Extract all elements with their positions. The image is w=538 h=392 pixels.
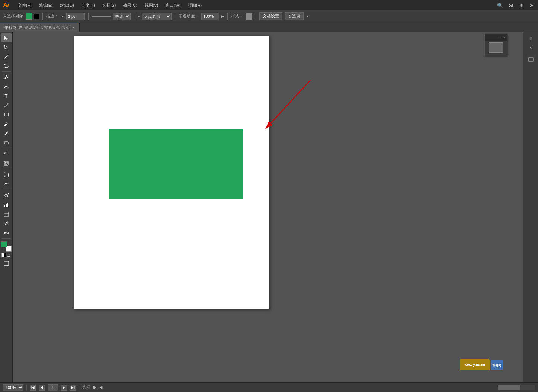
tab-bar: 未标题-1* @ 100% (CMYK/GPU 预览) ×: [0, 22, 538, 32]
pref-arrow[interactable]: ▼: [306, 15, 309, 18]
status-text: 选择: [82, 385, 90, 390]
mini-panel: — ×: [484, 34, 507, 56]
screen-mode-btn[interactable]: [1, 259, 12, 268]
separator5: [227, 13, 228, 20]
left-toolbar: T: [0, 32, 13, 382]
line-tool[interactable]: [1, 101, 12, 110]
stroke-up-icon[interactable]: ▲: [61, 15, 64, 18]
paintbrush-tool[interactable]: [1, 119, 12, 128]
panel-btn-3[interactable]: [525, 55, 537, 64]
eyedropper-tool[interactable]: [1, 219, 12, 228]
tab-subtitle: @ 100% (CMYK/GPU 预览): [24, 25, 70, 30]
menu-object[interactable]: 对象(O): [58, 2, 76, 9]
svg-rect-8: [4, 205, 5, 207]
layout-icon[interactable]: ⊞: [518, 2, 525, 9]
opacity-arrow[interactable]: ▶: [221, 15, 224, 18]
main-area: T: [0, 32, 538, 382]
separator2: [88, 13, 89, 20]
stroke-width-input[interactable]: [66, 13, 85, 20]
badge-text: 羽毛网: [492, 363, 501, 367]
selection-tool[interactable]: [1, 33, 12, 42]
magic-wand-tool[interactable]: [1, 52, 12, 61]
selection-label: 未选择对象: [3, 13, 23, 19]
svg-line-3: [4, 103, 8, 107]
free-distort-tool[interactable]: [1, 170, 12, 179]
opacity-input[interactable]: [201, 13, 219, 20]
page-next-btn[interactable]: ▶: [61, 385, 67, 391]
search-icon[interactable]: 🔍: [496, 2, 505, 9]
status-sep-1: [26, 385, 27, 391]
page-number-input[interactable]: [48, 384, 58, 391]
none-color-btn[interactable]: [1, 253, 6, 257]
opacity-label: 不透明度：: [179, 13, 199, 19]
preferences-btn[interactable]: 首选项: [285, 12, 304, 20]
column-graph-tool[interactable]: [1, 200, 12, 209]
doc-settings-btn[interactable]: 文档设置: [259, 12, 282, 20]
rect-tool[interactable]: [1, 110, 12, 119]
progress-bar: [498, 385, 535, 390]
fill-color-box[interactable]: [26, 13, 32, 20]
mini-panel-minimize[interactable]: —: [499, 36, 502, 39]
svg-rect-11: [4, 212, 9, 216]
bridge-icon[interactable]: St: [507, 2, 515, 9]
transform-tool[interactable]: [1, 159, 12, 168]
right-panel: ⊞ ×: [523, 32, 538, 382]
rotate-tool[interactable]: [1, 150, 12, 158]
menu-effect[interactable]: 效果(C): [122, 2, 138, 9]
menu-file[interactable]: 文件(F): [16, 2, 33, 9]
stop-btn[interactable]: ◀: [99, 385, 102, 390]
reshape-tool[interactable]: [1, 180, 12, 189]
svg-rect-5: [4, 142, 8, 144]
svg-line-1: [7, 55, 8, 55]
menu-bar: 文件(F) 编辑(E) 对象(O) 文字(T) 选择(S) 效果(C) 视图(V…: [16, 2, 203, 9]
blend-tool[interactable]: [1, 228, 12, 237]
curvature-tool[interactable]: [1, 82, 12, 91]
symbol-sprayer-tool[interactable]: [1, 191, 12, 200]
app-logo: Ai: [3, 2, 9, 9]
stroke-line-preview[interactable]: [92, 16, 111, 17]
lasso-tool[interactable]: [1, 61, 12, 70]
page-last-btn[interactable]: ▶|: [70, 385, 76, 391]
menu-window[interactable]: 窗口(W): [164, 2, 182, 9]
page-prev-btn[interactable]: ◀: [39, 385, 45, 391]
style-preview[interactable]: [246, 13, 252, 20]
color-boxes: [1, 241, 12, 252]
mini-panel-header: — ×: [485, 34, 507, 41]
mini-panel-content: [485, 41, 507, 54]
status-sep-2: [79, 385, 79, 391]
eraser-tool[interactable]: [1, 138, 12, 147]
play-btn[interactable]: ▶: [93, 385, 96, 390]
fill-color-indicator[interactable]: [1, 241, 7, 247]
panel-btn-1[interactable]: ⊞: [525, 33, 537, 42]
title-right-icons: 🔍 St ⊞ ➤: [496, 2, 535, 9]
zoom-select[interactable]: 100% 50% 200%: [3, 384, 23, 391]
pencil-tool[interactable]: [1, 129, 12, 138]
tab-close-btn[interactable]: ×: [73, 26, 75, 30]
tool-sep-2: [2, 148, 11, 148]
stroke-color-box[interactable]: [34, 14, 39, 19]
direct-selection-tool[interactable]: [1, 43, 12, 52]
stroke-scale-select[interactable]: 等比: [113, 13, 131, 20]
color-extras: ⇄: [1, 253, 11, 257]
tab-untitled[interactable]: 未标题-1* @ 100% (CMYK/GPU 预览) ×: [0, 23, 80, 32]
separator6: [256, 13, 256, 20]
green-rectangle[interactable]: [109, 129, 243, 199]
slice-tool[interactable]: [1, 210, 12, 219]
svg-line-20: [266, 80, 310, 129]
menu-help[interactable]: 帮助(H): [186, 2, 203, 9]
menu-text[interactable]: 文字(T): [80, 2, 96, 9]
arrow-icon[interactable]: ➤: [528, 2, 535, 9]
canvas-area[interactable]: — × www.yutu.cn 羽毛网: [13, 32, 523, 382]
menu-select[interactable]: 选择(S): [101, 2, 118, 9]
progress-fill: [498, 385, 520, 390]
pen-tool[interactable]: [1, 73, 12, 82]
type-tool[interactable]: T: [1, 91, 12, 100]
svg-rect-10: [7, 203, 8, 207]
mini-panel-close[interactable]: ×: [504, 36, 506, 39]
swap-color-btn[interactable]: ⇄: [7, 253, 11, 257]
menu-edit[interactable]: 编辑(E): [37, 2, 54, 9]
page-first-btn[interactable]: |◀: [30, 385, 36, 391]
panel-btn-2[interactable]: ×: [525, 43, 537, 52]
point-style-select[interactable]: 5 点圆形: [142, 13, 172, 20]
menu-view[interactable]: 视图(V): [143, 2, 160, 9]
